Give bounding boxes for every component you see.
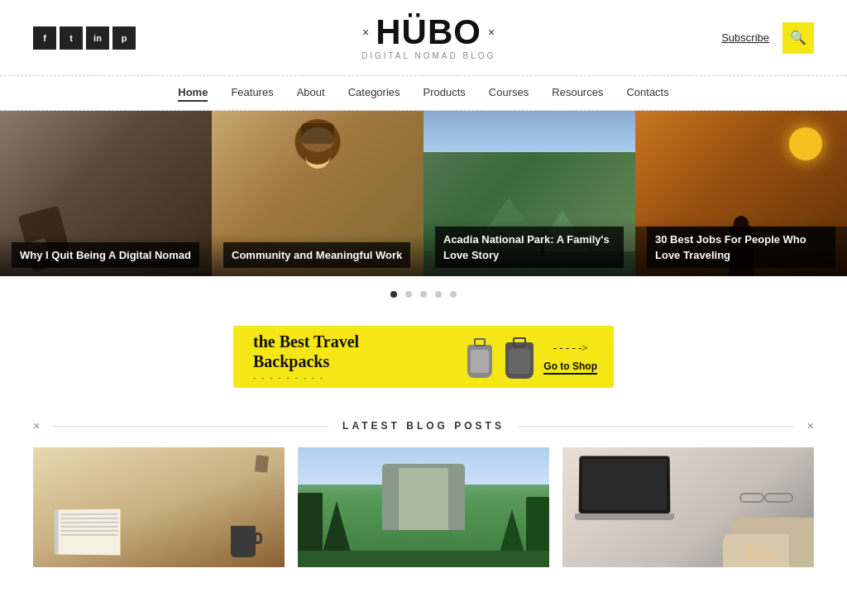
subscribe-link[interactable]: Subscribe <box>721 31 769 44</box>
search-icon: 🔍 <box>790 30 806 45</box>
section-title: LATEST BLOG POSTS <box>342 420 505 432</box>
divider-line-right <box>518 426 794 427</box>
logo-cross-left: × <box>362 26 369 39</box>
logo-subtitle: Digital Nomad Blog <box>361 51 495 60</box>
section-divider: × LATEST BLOG POSTS × <box>33 419 814 432</box>
backpack-1 <box>464 337 495 378</box>
slide-2-overlay: Community and Meaningful Work <box>212 234 424 276</box>
dot-3[interactable] <box>420 291 427 298</box>
header-right: Subscribe 🔍 <box>721 22 814 54</box>
instagram-icon[interactable]: in <box>86 26 109 50</box>
slide-3-overlay: Acadia National Park: A Family's Love St… <box>424 218 635 276</box>
search-button[interactable]: 🔍 <box>782 22 814 54</box>
blog-image-3 <box>562 447 814 567</box>
blog-image-2 <box>298 447 549 567</box>
nav-bar: Home Features About Categories Products … <box>0 75 847 111</box>
dot-1[interactable] <box>390 291 397 298</box>
nav-features[interactable]: Features <box>231 86 273 102</box>
nav-courses[interactable]: Courses <box>489 86 529 102</box>
social-icons: f t in p <box>33 26 136 50</box>
blog-card-1[interactable] <box>33 447 285 567</box>
blog-card-3[interactable] <box>562 447 814 567</box>
divider-line-left <box>53 426 329 427</box>
header: f t in p × HÜBO × Digital Nomad Blog Sub… <box>0 0 847 75</box>
logo-crosses: × HÜBO × <box>361 15 495 50</box>
nav-about[interactable]: About <box>297 86 325 102</box>
blog-grid <box>0 447 847 600</box>
blog-image-1 <box>33 447 285 567</box>
blog-card-2[interactable] <box>298 447 549 567</box>
slide-2-title: Community and Meaningful Work <box>223 242 410 268</box>
nav-home[interactable]: Home <box>178 86 208 102</box>
ad-text-area: the Best TravelBackpacks - - - - - - - -… <box>253 332 464 382</box>
dot-5[interactable] <box>450 291 457 298</box>
slide-3-title: Acadia National Park: A Family's Love St… <box>435 227 624 268</box>
hero-slider: Why I Quit Being A Digital Nomad Communi… <box>0 111 847 276</box>
ad-backpacks <box>464 336 537 379</box>
slide-4-overlay: 30 Best Jobs For People Who Love Traveli… <box>635 218 847 276</box>
hero-slide-3[interactable]: Acadia National Park: A Family's Love St… <box>424 111 635 276</box>
twitter-icon[interactable]: t <box>60 26 83 50</box>
slide-1-title: Why I Quit Being A Digital Nomad <box>12 242 199 268</box>
pinterest-icon[interactable]: p <box>112 26 136 50</box>
facebook-icon[interactable]: f <box>33 26 56 50</box>
slider-dots <box>0 276 847 308</box>
nav-resources[interactable]: Resources <box>552 86 603 102</box>
ad-title: the Best TravelBackpacks <box>253 332 464 371</box>
logo-name: HÜBO <box>376 15 481 50</box>
divider-left-x: × <box>33 419 40 432</box>
slide-1-overlay: Why I Quit Being A Digital Nomad <box>0 234 212 276</box>
ad-dashes: - - - - - - - - - <box>253 373 464 382</box>
dot-4[interactable] <box>435 291 442 298</box>
nav-contacts[interactable]: Contacts <box>626 86 668 102</box>
nav-products[interactable]: Products <box>424 86 466 102</box>
slide-4-title: 30 Best Jobs For People Who Love Traveli… <box>647 227 835 268</box>
ad-shop-button[interactable]: Go to Shop <box>543 358 597 373</box>
hero-slide-1[interactable]: Why I Quit Being A Digital Nomad <box>0 111 212 276</box>
main-nav: Home Features About Categories Products … <box>178 86 668 102</box>
backpack-2 <box>502 336 537 379</box>
dot-2[interactable] <box>405 291 412 298</box>
logo-cross-right: × <box>488 26 495 39</box>
ad-shop-area: - - - - -> Go to Shop <box>543 341 597 373</box>
hero-slide-4[interactable]: 30 Best Jobs For People Who Love Traveli… <box>635 111 847 276</box>
divider-right-x: × <box>807 419 814 432</box>
ad-banner[interactable]: the Best TravelBackpacks - - - - - - - -… <box>233 326 614 388</box>
nav-categories[interactable]: Categories <box>348 86 400 102</box>
logo[interactable]: × HÜBO × Digital Nomad Blog <box>361 15 495 60</box>
hero-slide-2[interactable]: Community and Meaningful Work <box>212 111 424 276</box>
